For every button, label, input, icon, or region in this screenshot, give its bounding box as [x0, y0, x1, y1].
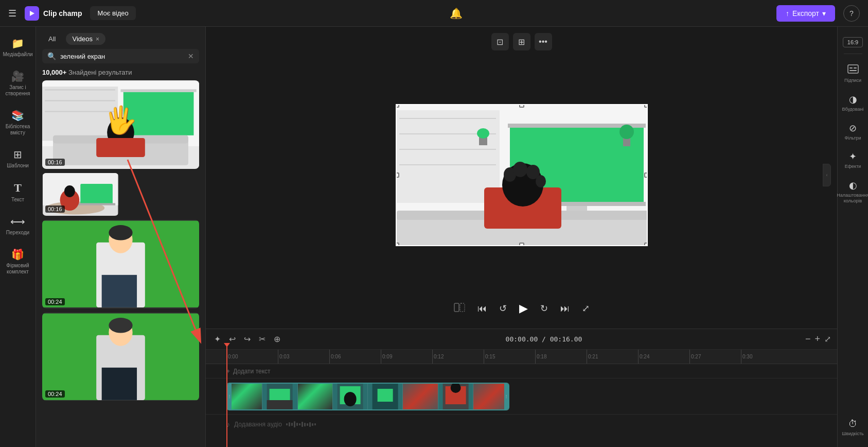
- svg-point-53: [619, 125, 634, 139]
- export-icon: ↑: [786, 9, 789, 18]
- timeline-tracks: + Додати текст ⋮: [206, 364, 837, 447]
- search-clear-icon[interactable]: ✕: [188, 52, 194, 60]
- thumb-spacer: [123, 173, 200, 216]
- aspect-ratio-button[interactable]: 16:9: [843, 37, 863, 47]
- right-sidebar-speed[interactable]: ⏱ Швидкість: [840, 415, 866, 441]
- add-text-track[interactable]: + Додати текст: [206, 364, 837, 379]
- clip-resize-right[interactable]: ⋮: [504, 384, 508, 409]
- thumb4-duration: 00:24: [45, 390, 65, 398]
- more-options-button[interactable]: •••: [535, 33, 552, 50]
- tab-videos[interactable]: Videos ×: [66, 33, 105, 45]
- sidebar-item-library[interactable]: 📚 Бібліотека вмісту: [3, 105, 33, 140]
- results-number: 10,000+: [42, 68, 66, 76]
- copy-button[interactable]: ⊕: [272, 332, 282, 346]
- text-icon: T: [14, 181, 22, 195]
- handle-tr[interactable]: [644, 104, 648, 108]
- svg-rect-68: [849, 67, 853, 68]
- thumb3-duration: 00:24: [45, 298, 65, 305]
- rewind-button[interactable]: ↺: [497, 301, 509, 316]
- expand-button[interactable]: ⤢: [580, 301, 592, 316]
- handle-ml[interactable]: [396, 173, 399, 178]
- svg-rect-7: [45, 89, 115, 90]
- sidebar-item-media[interactable]: 📁 Медіафайли: [3, 33, 33, 62]
- right-sidebar-captions[interactable]: Підписи: [840, 60, 866, 88]
- video-preview-area: ⊡ ⊞ •••: [206, 27, 837, 329]
- sidebar-item-transitions[interactable]: ⟷ Переходи: [3, 211, 33, 240]
- templates-label: Шаблони: [7, 163, 29, 169]
- audio-track[interactable]: ♪ Додавання аудіо: [206, 415, 837, 434]
- magic-button[interactable]: ✦: [212, 332, 223, 346]
- bell-icon[interactable]: 🔔: [450, 7, 463, 20]
- handle-mr[interactable]: [644, 173, 648, 178]
- timeline-area: ✦ ↩ ↪ ✂ ⊕ 00:00.00 / 00:16.00 − + ⤢ 0:00…: [206, 329, 837, 447]
- svg-rect-33: [397, 110, 500, 203]
- zoom-out-button[interactable]: −: [805, 334, 811, 345]
- media-thumb-3[interactable]: 00:24: [42, 220, 199, 308]
- pip-button[interactable]: ⊞: [513, 33, 530, 50]
- preview-toolbar: ⊡ ⊞ •••: [491, 33, 552, 50]
- forward-button[interactable]: ↻: [538, 301, 550, 316]
- preview-collapse-right[interactable]: ‹: [823, 164, 831, 186]
- undo-button[interactable]: ↩: [227, 332, 238, 346]
- skip-forward-button[interactable]: ⏭: [558, 301, 572, 316]
- project-tab[interactable]: Моє відео: [90, 6, 135, 20]
- handle-bl[interactable]: [396, 243, 399, 246]
- video-clip[interactable]: ⋮: [226, 383, 509, 410]
- tab-videos-close[interactable]: ×: [96, 36, 99, 43]
- clip-frame-4: [333, 384, 368, 409]
- right-sidebar-color[interactable]: ◐ Налаштовання кольорів: [840, 176, 866, 208]
- menu-icon[interactable]: ☰: [8, 8, 16, 19]
- search-input[interactable]: [60, 53, 184, 60]
- sidebar-item-templates[interactable]: ⊞ Шаблони: [3, 144, 33, 173]
- sidebar-divider: [844, 54, 862, 54]
- export-button[interactable]: ↑ Експорт ▾: [776, 5, 835, 22]
- clip-resize-left[interactable]: ⋮: [227, 384, 232, 409]
- svg-point-20: [64, 185, 75, 197]
- svg-rect-58: [267, 400, 293, 409]
- help-button[interactable]: ?: [843, 5, 860, 22]
- svg-point-39: [477, 128, 489, 139]
- clip-frame-6: [403, 384, 438, 409]
- tab-videos-label: Videos: [72, 35, 93, 43]
- library-icon: 📚: [11, 109, 24, 122]
- sidebar-item-text[interactable]: T Текст: [3, 177, 33, 207]
- media-thumb-2[interactable]: 00:16: [42, 173, 119, 216]
- handle-bm[interactable]: [519, 243, 524, 246]
- handle-tl[interactable]: [396, 104, 399, 108]
- redo-button[interactable]: ↪: [242, 332, 253, 346]
- split-view-button[interactable]: [452, 301, 467, 317]
- zoom-in-button[interactable]: +: [814, 334, 820, 345]
- sidebar-item-brand[interactable]: 🎁 Фірмовий комплект: [3, 244, 33, 279]
- media-panel: All Videos × 🔍 ✕ 10,000+ Знайдені резуль…: [36, 27, 206, 447]
- right-sidebar-filters[interactable]: ⊘ Фільтри: [840, 118, 866, 145]
- media-thumb-4[interactable]: 00:24: [42, 313, 199, 401]
- media-thumb-1[interactable]: 🖐️ 00:16: [42, 80, 199, 169]
- handle-tm[interactable]: [519, 104, 524, 108]
- audio-bar: [296, 423, 298, 426]
- audio-waveform: [286, 419, 837, 429]
- tab-all[interactable]: All: [42, 33, 62, 45]
- handle-br[interactable]: [644, 243, 648, 246]
- crop-button[interactable]: ⊡: [491, 33, 509, 50]
- audio-bar: [314, 423, 316, 425]
- right-sidebar-effects[interactable]: ✦ Ефекти: [840, 147, 866, 174]
- ruler-tick-4: 0:12: [432, 350, 484, 364]
- timeline-fullscreen-button[interactable]: ⤢: [824, 334, 831, 344]
- timeline-toolbar: ✦ ↩ ↪ ✂ ⊕ 00:00.00 / 00:16.00 − + ⤢: [206, 329, 837, 350]
- scissors-button[interactable]: ✂: [257, 332, 268, 346]
- skip-back-button[interactable]: ⏮: [475, 301, 489, 316]
- sidebar-item-record[interactable]: 🎥 Запис і створення: [3, 66, 33, 101]
- add-audio-label: Додавання аудіо: [234, 421, 282, 428]
- media-label: Медіафайли: [3, 51, 32, 58]
- library-label: Бібліотека вмісту: [5, 124, 31, 136]
- play-button[interactable]: ▶: [517, 300, 530, 317]
- preview-canvas: ↻: [396, 104, 648, 246]
- audio-bar: [299, 423, 300, 425]
- templates-icon: ⊞: [13, 148, 22, 161]
- record-icon: 🎥: [11, 70, 24, 82]
- right-sidebar-builtin[interactable]: ◑ Вбудовані: [840, 90, 866, 116]
- ruler-tick-1: 0:03: [278, 350, 329, 364]
- svg-rect-37: [399, 164, 496, 165]
- svg-rect-8: [45, 100, 115, 101]
- right-sidebar-bottom: ⏱ Швидкість: [840, 415, 866, 441]
